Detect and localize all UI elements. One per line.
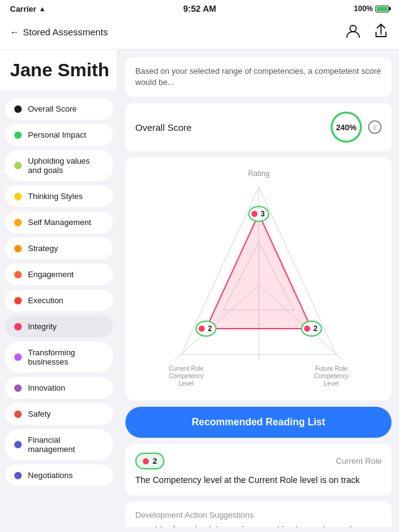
sidebar-item-transforming-businesses[interactable]: Transforming businesses <box>5 342 113 373</box>
svg-text:Future Role: Future Role <box>315 365 347 372</box>
sidebar: Jane Smith Overall ScorePersonal ImpactU… <box>0 50 118 527</box>
sidebar-dot-upholding-values <box>14 162 22 169</box>
badge-dot <box>143 458 149 464</box>
sidebar-item-financial-management[interactable]: Financial management <box>5 429 113 460</box>
svg-point-0 <box>350 25 356 32</box>
info-box: Based on your selected range of competen… <box>125 57 392 97</box>
sidebar-label-overall-score: Overall Score <box>28 104 77 113</box>
svg-text:3: 3 <box>261 210 265 218</box>
person-name: Jane Smith <box>0 50 118 91</box>
sidebar-dot-strategy <box>14 245 22 252</box>
chart-area: Rating <box>125 157 392 401</box>
sidebar-item-innovation[interactable]: Innovation <box>5 377 113 399</box>
status-right: 100% <box>354 4 389 13</box>
sidebar-dot-overall-score <box>14 105 22 113</box>
sidebar-dot-personal-impact <box>14 131 22 139</box>
dev-text: Consider formal training options on obje… <box>135 525 382 527</box>
badge-value: 2 <box>153 456 157 466</box>
carrier-label: Carrier <box>10 4 37 14</box>
sidebar-label-integrity: Integrity <box>28 322 56 331</box>
score-label: Overall Score <box>135 122 192 133</box>
sidebar-label-self-management: Self Management <box>28 218 91 227</box>
sidebar-item-self-management[interactable]: Self Management <box>5 211 113 233</box>
chart-container: Rating <box>144 167 374 391</box>
wifi-icon: ▲ <box>39 5 46 12</box>
sidebar-dot-engagement <box>14 271 22 278</box>
sidebar-item-negotiations[interactable]: Negotiations <box>5 464 113 486</box>
sidebar-item-strategy[interactable]: Strategy <box>5 237 113 259</box>
sidebar-dot-financial-management <box>14 441 22 448</box>
competency-card: 2 Current Role The Competency level at t… <box>125 444 392 495</box>
sidebar-item-overall-score[interactable]: Overall Score <box>5 98 113 120</box>
back-label: Stored Assessments <box>23 27 108 37</box>
svg-text:Competency: Competency <box>313 373 348 379</box>
back-arrow-icon: ← <box>10 27 19 37</box>
sidebar-item-thinking-styles[interactable]: Thinking Styles <box>5 185 113 207</box>
score-right: 240% i <box>331 112 382 143</box>
sidebar-item-upholding-values[interactable]: Upholding values and goals <box>5 150 113 181</box>
sidebar-label-personal-impact: Personal Impact <box>28 130 86 140</box>
score-circle: 240% <box>331 112 362 143</box>
main-content: Jane Smith Overall ScorePersonal ImpactU… <box>0 50 399 527</box>
sidebar-label-negotiations: Negotiations <box>28 471 73 480</box>
sidebar-item-personal-impact[interactable]: Personal Impact <box>5 124 113 146</box>
sidebar-dot-self-management <box>14 219 22 226</box>
sidebar-label-upholding-values: Upholding values and goals <box>28 156 104 175</box>
share-icon[interactable] <box>373 22 389 42</box>
sidebar-item-execution[interactable]: Execution <box>5 290 113 311</box>
status-left: Carrier ▲ <box>10 4 46 14</box>
comp-role: Current Role <box>336 456 382 466</box>
competency-badge: 2 <box>135 453 164 469</box>
sidebar-label-safety: Safety <box>28 409 51 419</box>
sidebar-dot-transforming-businesses <box>14 353 22 361</box>
info-text: Based on your selected range of competen… <box>135 66 382 88</box>
sidebar-item-integrity[interactable]: Integrity <box>5 316 113 337</box>
sidebar-dot-negotiations <box>14 472 22 479</box>
svg-text:Current Role: Current Role <box>168 365 204 372</box>
sidebar-item-safety[interactable]: Safety <box>5 403 113 425</box>
sidebar-label-transforming-businesses: Transforming businesses <box>28 348 104 366</box>
svg-text:Level: Level <box>324 380 339 387</box>
sidebar-dot-thinking-styles <box>14 193 22 200</box>
reading-list-button[interactable]: Recommended Reading List <box>125 407 392 438</box>
sidebar-dot-integrity <box>14 323 22 330</box>
sidebar-label-innovation: Innovation <box>28 383 65 392</box>
svg-text:2: 2 <box>208 324 212 333</box>
info-icon-label: i <box>374 123 376 132</box>
svg-text:Competency: Competency <box>168 373 203 379</box>
radar-chart: Rating <box>144 167 374 391</box>
sidebar-dot-innovation <box>14 384 22 392</box>
status-bar: Carrier ▲ 9:52 AM 100% <box>0 0 399 17</box>
development-card: Development Action Suggestions Consider … <box>125 502 392 527</box>
sidebar-label-engagement: Engagement <box>28 270 74 279</box>
sidebar-list: Overall ScorePersonal ImpactUpholding va… <box>0 98 118 486</box>
status-time: 9:52 AM <box>183 4 216 14</box>
svg-text:Level: Level <box>179 380 194 387</box>
rating-label: Rating <box>248 169 269 178</box>
score-card: Overall Score 240% i <box>125 103 392 151</box>
dev-title: Development Action Suggestions <box>135 510 382 520</box>
svg-point-15 <box>304 326 310 332</box>
battery-fill <box>377 7 388 11</box>
nav-bar: ← Stored Assessments <box>0 17 399 50</box>
info-icon-button[interactable]: i <box>368 120 382 134</box>
nav-icons <box>344 22 389 42</box>
battery-icon <box>375 6 389 12</box>
svg-point-12 <box>199 326 205 332</box>
sidebar-label-strategy: Strategy <box>28 244 58 253</box>
score-value: 240% <box>336 123 356 132</box>
comp-header: 2 Current Role <box>135 453 382 469</box>
right-panel: Based on your selected range of competen… <box>118 50 399 527</box>
comp-text: The Competency level at the Current Role… <box>135 474 382 487</box>
sidebar-item-engagement[interactable]: Engagement <box>5 264 113 285</box>
back-button[interactable]: ← Stored Assessments <box>10 27 108 37</box>
sidebar-label-thinking-styles: Thinking Styles <box>28 192 83 201</box>
battery-label: 100% <box>354 4 373 13</box>
sidebar-dot-execution <box>14 297 22 304</box>
sidebar-dot-safety <box>14 410 22 418</box>
sidebar-label-execution: Execution <box>28 296 63 305</box>
user-icon[interactable] <box>344 22 362 42</box>
svg-marker-7 <box>206 214 312 329</box>
sidebar-label-financial-management: Financial management <box>28 435 104 454</box>
svg-text:2: 2 <box>313 324 318 333</box>
